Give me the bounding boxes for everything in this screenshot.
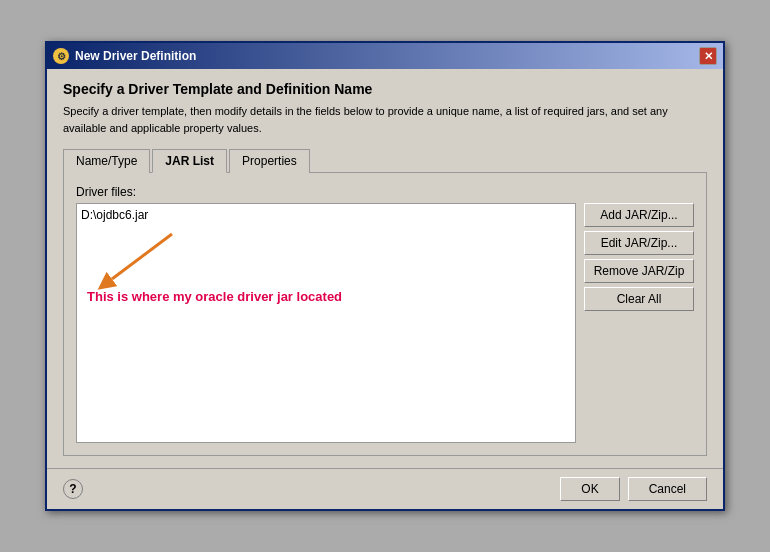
jar-list-panel: Driver files: D:\ojdbc6.jar [63,173,707,456]
add-jar-button[interactable]: Add JAR/Zip... [584,203,694,227]
help-button[interactable]: ? [63,479,83,499]
svg-line-1 [112,234,172,279]
file-entry: D:\ojdbc6.jar [81,208,571,222]
annotation-text: This is where my oracle driver jar locat… [87,289,342,304]
section-description: Specify a driver template, then modify d… [63,103,707,136]
cancel-button[interactable]: Cancel [628,477,707,501]
ok-button[interactable]: OK [560,477,619,501]
jar-buttons: Add JAR/Zip... Edit JAR/Zip... Remove JA… [584,203,694,443]
clear-all-button[interactable]: Clear All [584,287,694,311]
driver-files-label: Driver files: [76,185,694,199]
close-button[interactable]: ✕ [699,47,717,65]
dialog-title: New Driver Definition [75,49,196,63]
content-area: D:\ojdbc6.jar This is where my oracle dr… [76,203,694,443]
edit-jar-button[interactable]: Edit JAR/Zip... [584,231,694,255]
dialog-body: Specify a Driver Template and Definition… [47,69,723,468]
tab-name-type[interactable]: Name/Type [63,149,150,173]
section-title: Specify a Driver Template and Definition… [63,81,707,97]
remove-jar-button[interactable]: Remove JAR/Zip [584,259,694,283]
footer-buttons: OK Cancel [560,477,707,501]
file-list[interactable]: D:\ojdbc6.jar This is where my oracle dr… [76,203,576,443]
title-bar-left: ⚙ New Driver Definition [53,48,196,64]
title-bar: ⚙ New Driver Definition ✕ [47,43,723,69]
dialog-footer: ? OK Cancel [47,468,723,509]
tab-jar-list[interactable]: JAR List [152,149,227,173]
new-driver-dialog: ⚙ New Driver Definition ✕ Specify a Driv… [45,41,725,511]
annotation-group: This is where my oracle driver jar locat… [92,224,182,307]
tab-properties[interactable]: Properties [229,149,310,173]
dialog-icon: ⚙ [53,48,69,64]
tab-bar: Name/Type JAR List Properties [63,148,707,173]
